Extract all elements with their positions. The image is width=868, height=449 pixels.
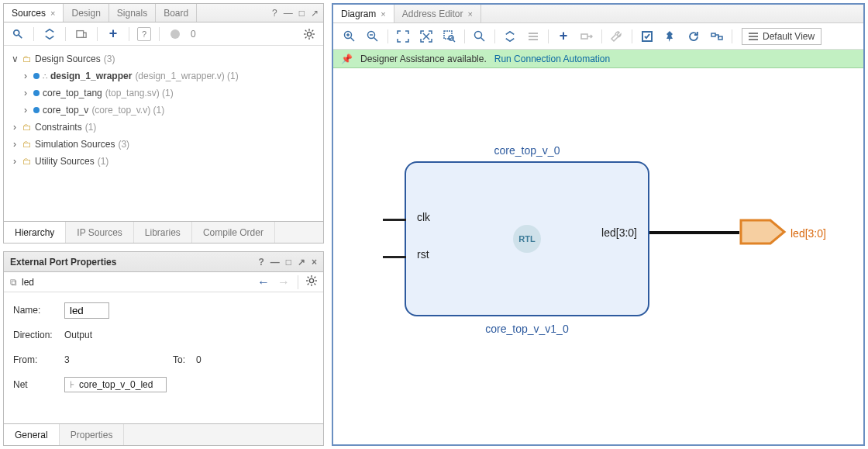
- tree-wrapper[interactable]: ›∴design_1_wrapper (design_1_wrapper.v) …: [18, 67, 320, 85]
- diagram-toolbar: + Default View: [333, 23, 863, 50]
- ip-block-core-top-v[interactable]: core_top_v_0 core_top_v_v1_0 clk rst led…: [405, 161, 649, 316]
- svg-point-12: [309, 278, 313, 282]
- close-icon[interactable]: ×: [381, 9, 385, 19]
- sources-bottom-tabs: Hierarchy IP Sources Libraries Compile O…: [4, 221, 323, 243]
- popout-icon[interactable]: ↗: [298, 257, 305, 268]
- count: (1): [98, 156, 109, 167]
- close-icon[interactable]: ×: [468, 9, 473, 19]
- svg-line-8: [305, 29, 307, 31]
- tab-diagram[interactable]: Diagram×: [333, 5, 394, 22]
- sources-toolbar: + ? 0: [4, 22, 323, 46]
- label-net: Net: [13, 379, 64, 390]
- regenerate-icon[interactable]: [685, 28, 702, 45]
- zoom-area-icon[interactable]: [441, 28, 458, 45]
- scroll-forward-icon[interactable]: [74, 26, 89, 42]
- direction-value: Output: [64, 330, 92, 340]
- add-icon[interactable]: +: [555, 28, 572, 45]
- detail: (design_1_wrapper.v) (1): [135, 71, 238, 81]
- btab-ip[interactable]: IP Sources: [66, 222, 133, 243]
- run-connection-automation-link[interactable]: Run Connection Automation: [494, 54, 610, 64]
- expand-icon[interactable]: [418, 28, 435, 45]
- port-clk[interactable]: clk: [417, 211, 430, 223]
- gear-icon[interactable]: [301, 26, 317, 42]
- minimize-icon[interactable]: ―: [270, 257, 280, 268]
- collapse-all-icon[interactable]: [501, 28, 518, 45]
- count: (3): [104, 54, 115, 64]
- tree-constraints[interactable]: ›🗀Constraints (1): [7, 119, 320, 136]
- tab-signals[interactable]: Signals: [109, 4, 156, 22]
- tree-utility[interactable]: ›🗀Utility Sources (1): [7, 153, 320, 170]
- tab-sources[interactable]: Sources×: [4, 4, 64, 22]
- btab-general[interactable]: General: [4, 424, 60, 445]
- external-port-led[interactable]: [739, 219, 787, 245]
- close-icon[interactable]: ×: [50, 9, 55, 18]
- tab-sources-label: Sources: [12, 8, 46, 19]
- validate-icon[interactable]: [639, 28, 656, 45]
- port-rst[interactable]: rst: [417, 248, 429, 261]
- diagram-tabbar: Diagram× Address Editor×: [333, 5, 863, 23]
- optimize-routing-icon[interactable]: [708, 28, 725, 45]
- label: Diagram: [341, 9, 376, 19]
- btab-properties[interactable]: Properties: [60, 424, 125, 445]
- search-icon[interactable]: [471, 28, 488, 45]
- tree-simulation[interactable]: ›🗀Simulation Sources (3): [7, 136, 320, 153]
- gear-icon[interactable]: [306, 275, 317, 289]
- net-wire[interactable]: [649, 231, 739, 234]
- block-instance-name: core_top_v_0: [406, 144, 648, 157]
- status-dot-icon: [167, 26, 183, 42]
- tab-board[interactable]: Board: [156, 4, 197, 22]
- pin-icon[interactable]: 📌: [341, 54, 353, 64]
- tab-design[interactable]: Design: [64, 4, 108, 22]
- help-toolbar-icon[interactable]: ?: [137, 27, 151, 41]
- port-name: led: [22, 277, 34, 288]
- label: core_top_tang: [43, 88, 102, 98]
- close-icon[interactable]: ×: [312, 257, 317, 268]
- external-port-led-label: led[3:0]: [790, 227, 826, 240]
- minimize-icon[interactable]: ―: [284, 8, 293, 19]
- diagram-canvas[interactable]: core_top_v_0 core_top_v_v1_0 clk rst led…: [333, 68, 863, 444]
- svg-line-10: [312, 29, 314, 31]
- label: Default View: [763, 31, 815, 42]
- tree-design-sources[interactable]: ∨🗀Design Sources (3): [7, 50, 320, 67]
- default-view-button[interactable]: Default View: [742, 28, 822, 45]
- hierarchy-icon: ∴: [43, 72, 47, 81]
- zoom-in-icon[interactable]: [341, 28, 358, 45]
- search-icon[interactable]: [10, 26, 26, 42]
- svg-line-19: [315, 276, 316, 278]
- svg-marker-45: [741, 220, 784, 243]
- label: Constraints: [35, 122, 82, 133]
- tree-core-tang[interactable]: ›core_top_tang (top_tang.sv) (1): [18, 85, 320, 102]
- maximize-icon[interactable]: □: [286, 257, 291, 268]
- collapse-all-icon[interactable]: [42, 26, 57, 42]
- zoom-out-icon[interactable]: [364, 28, 381, 45]
- btab-libraries[interactable]: Libraries: [134, 222, 192, 243]
- sources-tree[interactable]: ∨🗀Design Sources (3) ›∴design_1_wrapper …: [4, 46, 323, 221]
- add-icon[interactable]: +: [105, 26, 121, 42]
- port-led-block[interactable]: led[3:0]: [601, 226, 637, 239]
- net-field[interactable]: ⊦ core_top_v_0_led: [64, 377, 167, 392]
- svg-rect-38: [581, 34, 587, 39]
- svg-rect-30: [444, 31, 452, 39]
- back-arrow-icon[interactable]: ←: [257, 275, 270, 289]
- pin-icon[interactable]: [662, 28, 679, 45]
- detail: (top_tang.sv) (1): [105, 88, 174, 98]
- maximize-icon[interactable]: □: [299, 8, 305, 19]
- tab-address-editor[interactable]: Address Editor×: [394, 5, 481, 22]
- label-to: To:: [173, 354, 196, 365]
- help-icon[interactable]: ?: [272, 8, 277, 19]
- svg-line-32: [453, 40, 456, 42]
- fit-icon[interactable]: [394, 28, 412, 45]
- help-icon[interactable]: ?: [258, 257, 264, 268]
- name-field[interactable]: [64, 302, 109, 319]
- btab-compile[interactable]: Compile Order: [192, 222, 275, 243]
- svg-point-31: [449, 36, 453, 40]
- banner-text: Designer Assistance available.: [360, 54, 487, 64]
- tree-core-v[interactable]: ›core_top_v (core_top_v.v) (1): [18, 102, 320, 119]
- svg-line-18: [315, 283, 316, 285]
- properties-title: External Port Properties: [10, 257, 116, 268]
- properties-body: Name: Direction: Output From: 3 To: 0 Ne…: [4, 292, 323, 423]
- svg-line-22: [351, 37, 355, 41]
- btab-hierarchy[interactable]: Hierarchy: [4, 222, 66, 243]
- count: (1): [85, 122, 97, 133]
- popout-icon[interactable]: ↗: [311, 8, 319, 19]
